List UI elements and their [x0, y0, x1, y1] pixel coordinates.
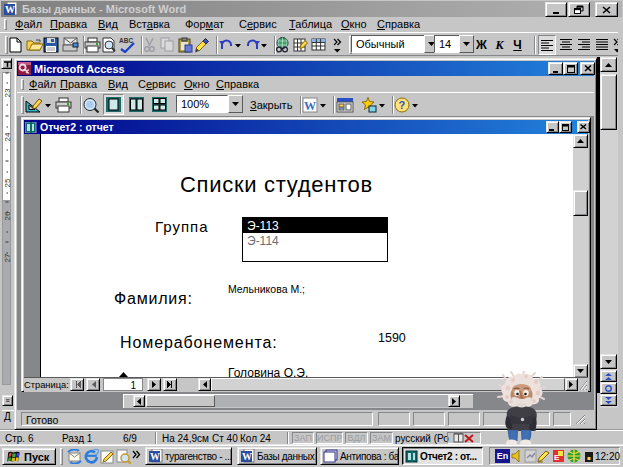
svg-text:25: 25 — [3, 178, 12, 187]
svg-text:27: 27 — [3, 253, 12, 262]
svg-text:W: W — [304, 99, 316, 113]
svg-text:?: ? — [399, 99, 406, 111]
svg-text:E: E — [554, 453, 560, 462]
svg-text:ABC: ABC — [119, 37, 133, 44]
svg-text:W: W — [242, 451, 252, 462]
svg-text:W: W — [5, 4, 15, 15]
svg-text:W: W — [150, 451, 160, 462]
svg-text:24: 24 — [3, 132, 12, 141]
